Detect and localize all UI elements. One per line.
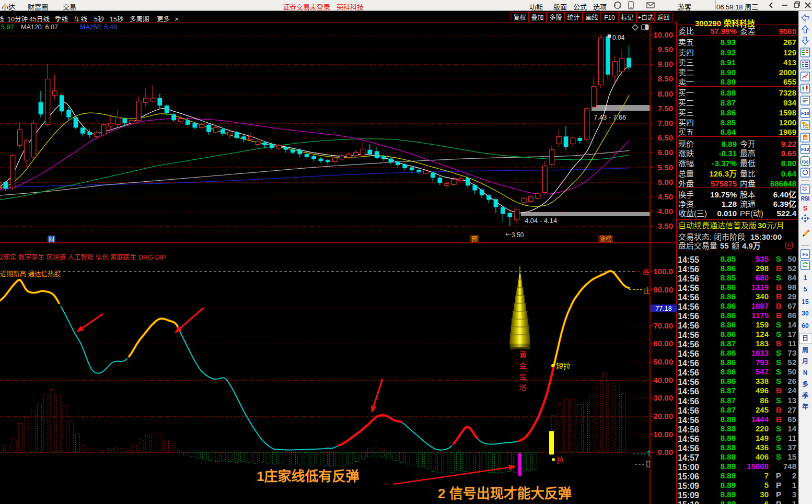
svg-text:7.00: 7.00 — [658, 117, 673, 128]
svg-text:金: 金 — [519, 360, 527, 370]
svg-text:10.00: 10.00 — [653, 428, 673, 439]
svg-text:8.50: 8.50 — [658, 73, 673, 84]
svg-text:15: 15 — [802, 297, 809, 306]
svg-text:多: 多 — [802, 379, 808, 388]
svg-text:日: 日 — [802, 333, 808, 342]
svg-text:4.50: 4.50 — [658, 191, 673, 202]
svg-text:拉: 拉 — [556, 454, 564, 465]
svg-text:涨榜: 涨榜 — [599, 234, 612, 243]
svg-text:70.00: 70.00 — [653, 320, 673, 331]
svg-text:以现实 数字孪生 区块链 人工智能 信创 家庭医生 DRG-: 以现实 数字孪生 区块链 人工智能 信创 家庭医生 DRG-DIP — [0, 252, 166, 262]
svg-text:6.50: 6.50 — [658, 132, 673, 143]
svg-text:9.00: 9.00 — [658, 58, 673, 69]
svg-text:f(x): f(x) — [802, 158, 809, 164]
svg-text:N: N — [803, 368, 808, 377]
svg-text:7.43 - 7.66: 7.43 - 7.66 — [594, 112, 626, 122]
svg-text:月: 月 — [802, 356, 808, 365]
svg-text:9.50: 9.50 — [658, 43, 673, 54]
svg-text:F10: F10 — [801, 110, 809, 116]
svg-text:10.00: 10.00 — [653, 29, 673, 40]
svg-text:4.00: 4.00 — [658, 205, 673, 216]
svg-text:100.0: 100.0 — [653, 265, 673, 276]
svg-text:RSI: RSI — [801, 194, 810, 202]
svg-text:7.50: 7.50 — [658, 102, 673, 113]
svg-text:MA120: 6.07: MA120: 6.07 — [21, 21, 58, 31]
svg-text:30: 30 — [802, 308, 809, 317]
svg-text:8.00: 8.00 — [658, 88, 673, 99]
svg-text:40.00: 40.00 — [653, 374, 673, 385]
svg-text:0.04: 0.04 — [612, 32, 625, 41]
svg-text:近期新高 通达信热股: 近期新高 通达信热股 — [0, 268, 61, 278]
svg-text:5.50: 5.50 — [658, 161, 673, 172]
svg-text:4.04 - 4.14: 4.04 - 4.14 — [525, 215, 557, 225]
svg-text:S: S — [803, 203, 808, 213]
svg-text:年: 年 — [802, 402, 808, 411]
svg-text:60.00: 60.00 — [653, 337, 673, 348]
svg-text:MA250: 5.48: MA250: 5.48 — [80, 21, 117, 31]
svg-text:高: 高 — [643, 266, 649, 276]
svg-text:塔: 塔 — [519, 382, 527, 392]
svg-text:6.00: 6.00 — [658, 146, 673, 157]
svg-text:黄: 黄 — [519, 349, 527, 359]
svg-text:←3.50: ←3.50 — [505, 230, 524, 239]
svg-text:5.92: 5.92 — [1, 21, 14, 31]
svg-text:庄: 庄 — [644, 285, 651, 295]
svg-text:1庄家线低有反弹: 1庄家线低有反弹 — [257, 465, 359, 485]
svg-text:0.00: 0.00 — [658, 446, 673, 457]
svg-text:5.00: 5.00 — [658, 176, 673, 187]
svg-text:90.00: 90.00 — [653, 284, 673, 295]
svg-text:宝: 宝 — [519, 371, 527, 381]
svg-text:20.00: 20.00 — [653, 410, 673, 421]
svg-text:季: 季 — [802, 391, 809, 400]
svg-text:30.00: 30.00 — [653, 392, 673, 403]
svg-text:预: 预 — [471, 234, 478, 243]
svg-text:3.50: 3.50 — [658, 220, 673, 231]
svg-text:5: 5 — [804, 284, 807, 293]
svg-text:短拉: 短拉 — [556, 360, 571, 371]
svg-text:自: 自 — [803, 133, 808, 141]
svg-text:F12: F12 — [801, 146, 809, 153]
svg-text:77.18: 77.18 — [655, 303, 671, 313]
svg-text:2 信号出现才能大反弹: 2 信号出现才能大反弹 — [438, 483, 572, 502]
svg-text:财: 财 — [49, 235, 55, 243]
svg-text:1: 1 — [804, 273, 807, 282]
svg-text:50.00: 50.00 — [653, 356, 673, 367]
svg-text:60: 60 — [802, 321, 809, 330]
svg-text:周: 周 — [802, 345, 808, 354]
svg-text:F5: F5 — [803, 251, 808, 257]
